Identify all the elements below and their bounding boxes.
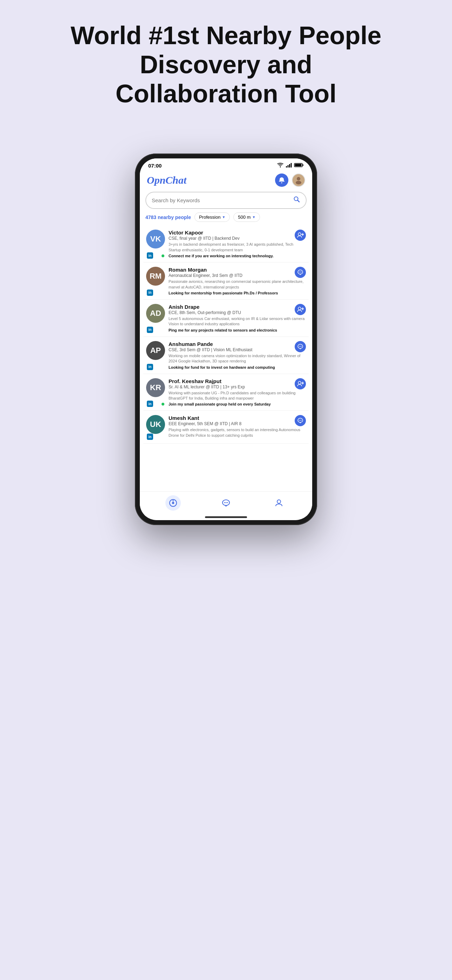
svg-point-16 bbox=[299, 272, 299, 272]
profession-dropdown-icon: ▼ bbox=[222, 215, 225, 219]
avatar: UK bbox=[146, 415, 165, 434]
status-time: 07:00 bbox=[148, 162, 162, 169]
people-list: VK in Victor Kapoor CSE, final year @ II… bbox=[140, 225, 312, 492]
svg-point-39 bbox=[225, 502, 226, 503]
person-title: ECE, 8th Sem, Out-performing @ DTU bbox=[169, 310, 306, 315]
chat-button[interactable] bbox=[295, 267, 306, 278]
svg-rect-6 bbox=[295, 164, 302, 167]
person-cta: Looking for mentorship from passionate P… bbox=[169, 291, 306, 295]
app-header: OpnChat bbox=[140, 171, 312, 190]
distance-filter-button[interactable]: 500 m ▼ bbox=[233, 212, 260, 222]
svg-point-8 bbox=[297, 177, 300, 180]
linkedin-badge: in bbox=[147, 252, 153, 259]
list-item[interactable]: UK in Umesh Kant EEE Engineer, 5th SEM @… bbox=[143, 411, 309, 444]
person-name: Anish Drape bbox=[169, 304, 306, 310]
connect-button[interactable] bbox=[295, 304, 306, 315]
search-bar[interactable] bbox=[145, 192, 307, 209]
svg-point-34 bbox=[172, 502, 174, 504]
list-item[interactable]: AD in Anish Drape ECE, 8th Sem, Out-perf… bbox=[143, 300, 309, 337]
phone-device: 07:00 bbox=[135, 154, 317, 525]
person-title: Sr. AI & ML lecturer @ IITD | 13+ yrs Ex… bbox=[169, 385, 306, 390]
person-title: CSE, final year @ IITD | Backend Dev bbox=[169, 236, 306, 241]
svg-rect-2 bbox=[289, 164, 290, 167]
svg-point-9 bbox=[296, 181, 301, 185]
person-name: Prof. Keeshav Rajput bbox=[169, 378, 306, 384]
person-name: Anshuman Pande bbox=[169, 341, 306, 347]
chat-button[interactable] bbox=[295, 341, 306, 352]
status-bar: 07:00 bbox=[140, 158, 312, 171]
linkedin-badge: in bbox=[147, 434, 153, 440]
linkedin-badge: in bbox=[147, 290, 153, 296]
bottom-nav bbox=[140, 492, 312, 516]
search-icon[interactable] bbox=[293, 196, 300, 205]
person-info: Anshuman Pande CSE, 3rd Sem @ IITD | Vis… bbox=[169, 341, 306, 369]
filter-row: 4783 nearby people Profession ▼ 500 m ▼ bbox=[140, 212, 312, 225]
avatar: RM bbox=[146, 267, 165, 286]
svg-point-41 bbox=[277, 500, 281, 503]
online-indicator bbox=[161, 254, 165, 258]
list-item[interactable]: VK in Victor Kapoor CSE, final year @ II… bbox=[143, 225, 309, 262]
chat-nav-button[interactable] bbox=[218, 495, 234, 511]
list-item[interactable]: RM in Roman Morgan Aeronautical Engineer… bbox=[143, 262, 309, 300]
linkedin-badge: in bbox=[147, 364, 153, 370]
app-logo: OpnChat bbox=[147, 174, 186, 186]
status-icons bbox=[277, 162, 304, 169]
avatar-wrap: AP in bbox=[146, 341, 165, 369]
person-cta: Join my small passionate group held on e… bbox=[169, 402, 306, 406]
person-info: Victor Kapoor CSE, final year @ IITD | B… bbox=[169, 229, 306, 258]
battery-icon bbox=[294, 162, 304, 169]
home-indicator bbox=[205, 516, 247, 518]
svg-point-31 bbox=[300, 420, 301, 421]
svg-point-18 bbox=[301, 272, 302, 272]
avatar-wrap: RM in bbox=[146, 267, 165, 295]
person-title: EEE Engineer, 5th SEM @ IITD | AIR 8 bbox=[169, 421, 306, 426]
avatar-wrap: UK in bbox=[146, 415, 165, 439]
person-name: Umesh Kant bbox=[169, 415, 306, 421]
person-info: Umesh Kant EEE Engineer, 5th SEM @ IITD … bbox=[169, 415, 306, 439]
avatar-wrap: KR in bbox=[146, 378, 165, 407]
connect-button[interactable] bbox=[295, 378, 306, 390]
svg-point-24 bbox=[300, 346, 301, 347]
person-desc: 3+yrs in backend development as freelanc… bbox=[169, 242, 306, 253]
svg-point-19 bbox=[298, 307, 301, 310]
person-info: Prof. Keeshav Rajput Sr. AI & ML lecture… bbox=[169, 378, 306, 407]
home-nav-button[interactable] bbox=[166, 495, 181, 511]
avatar: VK bbox=[146, 229, 165, 248]
person-cta: Connect me if you are working on interes… bbox=[169, 254, 306, 258]
distance-dropdown-icon: ▼ bbox=[252, 215, 255, 219]
person-name: Victor Kapoor bbox=[169, 229, 306, 235]
avatar-wrap: VK in bbox=[146, 229, 165, 258]
person-name: Roman Morgan bbox=[169, 267, 306, 273]
avatar-wrap: AD in bbox=[146, 304, 165, 332]
person-title: Aeronautical Engineer, 3rd Sem @ IITD bbox=[169, 273, 306, 278]
svg-rect-3 bbox=[291, 163, 292, 167]
avatar: AD bbox=[146, 304, 165, 323]
list-item[interactable]: AP in Anshuman Pande CSE, 3rd Sem @ IITD… bbox=[143, 337, 309, 374]
profession-filter-button[interactable]: Profession ▼ bbox=[194, 212, 230, 222]
profile-nav-button[interactable] bbox=[271, 495, 286, 511]
user-avatar-button[interactable] bbox=[292, 173, 305, 187]
person-desc: Level 5 autonomous Car enthusiast, worki… bbox=[169, 316, 306, 327]
svg-point-7 bbox=[282, 182, 282, 183]
person-desc: Playing with electronics, gadgets, senso… bbox=[169, 427, 306, 438]
svg-point-17 bbox=[300, 272, 301, 272]
header-icons bbox=[275, 173, 305, 187]
avatar: KR bbox=[146, 378, 165, 397]
svg-line-11 bbox=[298, 200, 299, 202]
person-desc: Passionate avionics, researching on comm… bbox=[169, 279, 306, 290]
phone-screen: 07:00 bbox=[140, 158, 312, 520]
page-title: World #1st Nearby People Discovery and C… bbox=[33, 0, 419, 118]
wifi-icon bbox=[277, 162, 283, 169]
svg-point-32 bbox=[301, 420, 302, 421]
person-cta: Looking for fund for to invest on hardwa… bbox=[169, 365, 306, 369]
svg-point-25 bbox=[301, 346, 302, 347]
person-desc: Working with passionate UG - Ph.D candid… bbox=[169, 390, 306, 401]
svg-point-23 bbox=[299, 346, 299, 347]
list-item[interactable]: KR in Prof. Keeshav Rajput Sr. AI & ML l… bbox=[143, 374, 309, 411]
person-desc: Working on mobile camera vision optimiza… bbox=[169, 353, 306, 364]
notification-bell-button[interactable] bbox=[275, 173, 288, 187]
svg-point-35 bbox=[173, 500, 174, 501]
svg-point-30 bbox=[299, 420, 299, 421]
svg-rect-1 bbox=[288, 165, 289, 167]
search-input[interactable] bbox=[152, 197, 290, 203]
